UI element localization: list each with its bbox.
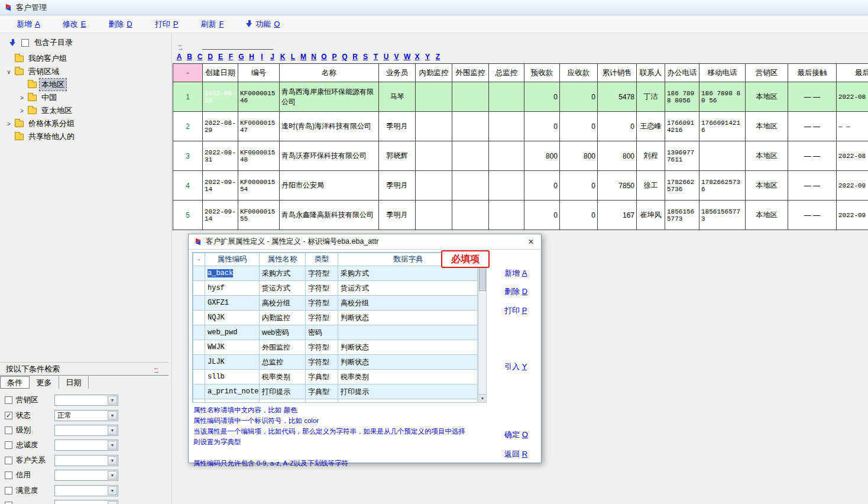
tab-condition[interactable]: 条件: [0, 376, 30, 389]
attr-cell-name[interactable]: 内勤监控: [260, 311, 306, 325]
table-row[interactable]: 52022-09-14KF000001555青岛永鑫隆高新科技有限公司季明月00…: [173, 201, 868, 230]
alphabet-letter-I[interactable]: I: [259, 53, 265, 61]
cell-prepaid[interactable]: 0: [524, 112, 560, 141]
cell-salesperson[interactable]: 季明月: [379, 171, 416, 201]
attr-cell-type[interactable]: 字符型: [306, 399, 338, 403]
cell-last_contact[interactable]: — —: [788, 112, 837, 141]
attr-cell-dict[interactable]: 打印提示: [338, 385, 478, 399]
column-header-2[interactable]: 编号: [238, 64, 280, 82]
alphabet-letter-M[interactable]: M: [300, 53, 306, 61]
combo-arrow-icon[interactable]: ▼: [108, 426, 117, 435]
column-header-0[interactable]: -: [173, 64, 203, 82]
dialog-scrollbar[interactable]: ▼: [478, 252, 487, 403]
cell-mobile_phone[interactable]: 186 7898 80 56: [699, 82, 746, 112]
alphabet-letter-V[interactable]: V: [394, 53, 400, 61]
cell-mobile_phone[interactable]: 17826625736: [699, 171, 746, 201]
column-header-10[interactable]: 累计销售: [598, 64, 637, 82]
attr-cell-name[interactable]: 采购方式: [260, 266, 306, 281]
cell-last_deal[interactable]: 2022-09: [837, 171, 868, 201]
attr-cell-code[interactable]: GXFZ1: [205, 296, 260, 311]
attr-row[interactable]: loginfailure登录失败字符型: [193, 399, 478, 403]
cell-monitor_total[interactable]: [489, 112, 524, 141]
cell-receivable[interactable]: 0: [560, 82, 598, 112]
cell-name[interactable]: 青岛西海岸康恒环保能源有限公司: [280, 82, 379, 112]
attr-cell-rownum[interactable]: [193, 385, 205, 399]
dialog-button-delete[interactable]: 删除 D: [504, 286, 527, 297]
attr-cell-type[interactable]: 字典型: [306, 385, 338, 399]
cell-region[interactable]: 本地区: [746, 171, 788, 201]
cell-monitor_internal[interactable]: [416, 201, 452, 230]
column-header-3[interactable]: 名称: [280, 64, 379, 82]
cell-num[interactable]: 3: [173, 141, 203, 171]
attr-cell-type[interactable]: 字典型: [306, 370, 338, 385]
attr-cell-type[interactable]: 字符型: [306, 266, 338, 281]
attr-cell-name[interactable]: 外围监控: [260, 340, 306, 355]
attr-cell-rownum[interactable]: [193, 325, 205, 340]
attr-cell-name[interactable]: 登录失败: [260, 399, 306, 403]
cell-last_deal[interactable]: — —: [837, 112, 868, 141]
cell-contact[interactable]: 刘程: [637, 141, 665, 171]
combo-arrow-icon[interactable]: ▼: [108, 486, 117, 495]
alphabet-letter-X[interactable]: X: [414, 53, 420, 61]
attr-cell-name[interactable]: 货运方式: [260, 281, 306, 296]
attr-cell-code[interactable]: NQJK: [205, 311, 260, 325]
condition-checkbox[interactable]: [5, 427, 12, 434]
attr-cell-dict[interactable]: 判断状态: [338, 340, 478, 355]
alphabet-letter-N[interactable]: N: [311, 53, 317, 61]
down-arrow-icon[interactable]: [9, 39, 16, 47]
scroll-down-button[interactable]: ▼: [479, 394, 486, 402]
table-row[interactable]: 12022-08-26KF000001546青岛西海岸康恒环保能源有限公司马琴0…: [173, 82, 868, 112]
attr-row[interactable]: GXFZ1高校分组字符型高校分组: [193, 296, 478, 311]
condition-combo[interactable]: ▼: [54, 425, 118, 436]
attr-cell-type[interactable]: 密码: [306, 325, 338, 340]
alphabet-letter-J[interactable]: J: [270, 53, 276, 61]
attr-cell-dict[interactable]: 货运方式: [338, 281, 478, 296]
attr-cell-code[interactable]: a_print_note: [205, 385, 260, 399]
attr-column-header-1[interactable]: 属性编码: [205, 253, 260, 266]
cell-salesperson[interactable]: 季明月: [379, 112, 416, 141]
attr-cell-code[interactable]: loginfailure: [205, 399, 260, 403]
cell-monitor_internal[interactable]: [416, 82, 452, 112]
combo-arrow-icon[interactable]: ▼: [108, 396, 117, 405]
combo-arrow-icon[interactable]: ▼: [108, 456, 117, 465]
column-header-11[interactable]: 联系人: [637, 64, 665, 82]
alphabet-letter-F[interactable]: F: [228, 53, 234, 61]
alphabet-letter-T[interactable]: T: [373, 53, 379, 61]
column-header-9[interactable]: 应收款: [560, 64, 598, 82]
attr-cell-code[interactable]: JLJK: [205, 355, 260, 370]
toolbar-item-function[interactable]: 功能O: [246, 19, 280, 30]
cell-name[interactable]: 逢时(青岛)海洋科技有限公司: [280, 112, 379, 141]
toolbar-item-modify[interactable]: 修改E: [63, 19, 86, 30]
attr-cell-rownum[interactable]: [193, 281, 205, 296]
column-header-13[interactable]: 移动电话: [699, 64, 746, 82]
condition-combo[interactable]: ▼: [54, 455, 118, 466]
combo-arrow-icon[interactable]: ▼: [108, 441, 117, 450]
alphabet-letter-L[interactable]: L: [290, 53, 296, 61]
attr-cell-code[interactable]: a_back: [205, 266, 260, 281]
quick-search-input[interactable]: [202, 40, 273, 50]
attr-cell-name[interactable]: 高校分组: [260, 296, 306, 311]
tree-item-4[interactable]: >亚太地区: [0, 104, 171, 117]
column-header-12[interactable]: 办公电话: [665, 64, 699, 82]
cell-total_sales[interactable]: 5478: [598, 82, 637, 112]
dialog-button-ok[interactable]: 确定 O: [504, 429, 528, 440]
attr-row[interactable]: sllb税率类别字典型税率类别: [193, 370, 478, 385]
expand-icon[interactable]: >: [6, 121, 12, 127]
condition-combo[interactable]: ▼: [54, 500, 118, 504]
attr-cell-dict[interactable]: 高校分组: [338, 296, 478, 311]
attr-cell-code[interactable]: web_pwd: [205, 325, 260, 340]
column-header-15[interactable]: 最后接触: [788, 64, 837, 82]
alphabet-letter-Y[interactable]: Y: [425, 53, 430, 61]
cell-monitor_internal[interactable]: [416, 141, 452, 171]
cell-region[interactable]: 本地区: [746, 82, 788, 112]
transfer-icon[interactable]: ← →: [177, 43, 187, 50]
attr-cell-type[interactable]: 字符型: [306, 296, 338, 311]
attr-cell-rownum[interactable]: [193, 370, 205, 385]
cell-created[interactable]: 2022-08-26: [203, 82, 238, 112]
cell-prepaid[interactable]: 0: [524, 201, 560, 230]
attr-cell-type[interactable]: 字符型: [306, 281, 338, 296]
cell-office_phone[interactable]: 13969777611: [665, 141, 699, 171]
attr-row[interactable]: a_back采购方式字符型采购方式: [193, 266, 478, 281]
cell-mobile_phone[interactable]: 18561565773: [699, 201, 746, 230]
cell-monitor_external[interactable]: [452, 112, 489, 141]
